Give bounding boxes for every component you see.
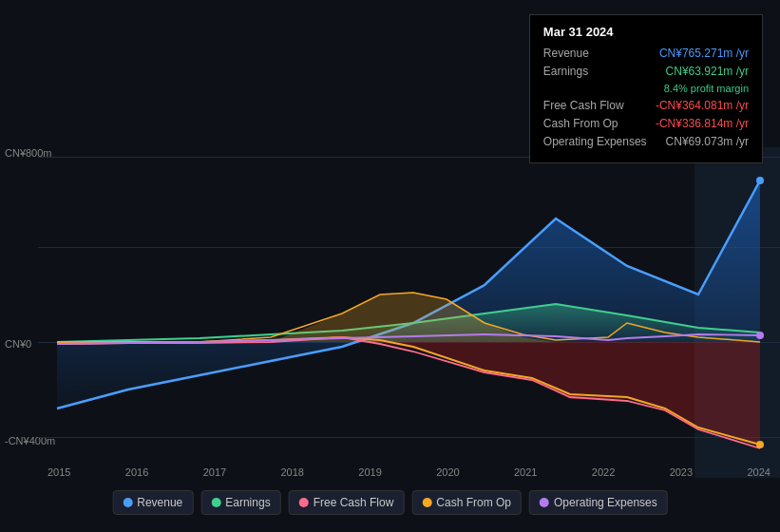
legend-label-cash-from-op: Cash From Op — [436, 496, 511, 509]
opex-value: CN¥69.073m /yr — [666, 135, 749, 148]
chart-container: Mar 31 2024 Revenue CN¥765.271m /yr Earn… — [0, 0, 780, 532]
tooltip-date: Mar 31 2024 — [543, 25, 749, 39]
tooltip-row-earnings: Earnings CN¥63.921m /yr — [543, 65, 749, 78]
revenue-value: CN¥765.271m /yr — [659, 47, 749, 60]
cash-from-op-value: -CN¥336.814m /yr — [656, 117, 749, 130]
x-label-2020: 2020 — [436, 466, 459, 478]
x-axis: 2015 2016 2017 2018 2019 2020 2021 2022 … — [38, 466, 780, 478]
legend-item-fcf[interactable]: Free Cash Flow — [289, 490, 405, 515]
revenue-dot — [756, 177, 764, 184]
tooltip-row-opex: Operating Expenses CN¥69.073m /yr — [543, 135, 749, 148]
purple-dot — [756, 332, 764, 339]
tooltip: Mar 31 2024 Revenue CN¥765.271m /yr Earn… — [529, 14, 763, 163]
earnings-label: Earnings — [543, 65, 588, 78]
earnings-value: CN¥63.921m /yr — [666, 65, 749, 78]
x-label-2016: 2016 — [125, 466, 148, 478]
profit-margin-value: 8.4% profit margin — [664, 83, 749, 94]
fcf-value: -CN¥364.081m /yr — [656, 99, 749, 112]
x-label-2017: 2017 — [203, 466, 226, 478]
x-label-2023: 2023 — [670, 466, 693, 478]
revenue-label: Revenue — [543, 47, 589, 60]
legend-dot-revenue — [123, 498, 132, 507]
legend-label-opex: Operating Expenses — [554, 496, 657, 509]
x-label-2021: 2021 — [514, 466, 537, 478]
tooltip-row-cash-from-op: Cash From Op -CN¥336.814m /yr — [543, 117, 749, 130]
legend-item-opex[interactable]: Operating Expenses — [529, 490, 668, 515]
legend-dot-opex — [540, 498, 549, 507]
legend-dot-fcf — [299, 498, 309, 507]
tooltip-row-revenue: Revenue CN¥765.271m /yr — [543, 47, 749, 60]
tooltip-row-profit-margin: 8.4% profit margin — [543, 83, 749, 94]
legend-label-revenue: Revenue — [137, 496, 182, 509]
x-label-2024: 2024 — [747, 466, 770, 478]
tooltip-row-fcf: Free Cash Flow -CN¥364.081m /yr — [543, 99, 749, 112]
legend-dot-cash-from-op — [422, 498, 431, 507]
x-label-2015: 2015 — [48, 466, 70, 478]
cash-from-op-label: Cash From Op — [543, 117, 618, 130]
legend-item-cash-from-op[interactable]: Cash From Op — [411, 490, 522, 515]
legend-label-fcf: Free Cash Flow — [314, 496, 394, 509]
opex-label: Operating Expenses — [543, 135, 647, 148]
legend: Revenue Earnings Free Cash Flow Cash Fro… — [112, 490, 668, 515]
legend-item-earnings[interactable]: Earnings — [200, 490, 280, 515]
x-label-2019: 2019 — [358, 466, 381, 478]
legend-dot-earnings — [211, 498, 220, 507]
legend-item-revenue[interactable]: Revenue — [112, 490, 193, 515]
legend-label-earnings: Earnings — [225, 496, 270, 509]
x-label-2022: 2022 — [592, 466, 615, 478]
x-label-2018: 2018 — [280, 466, 303, 478]
fcf-label: Free Cash Flow — [543, 99, 624, 112]
cash-op-dot — [756, 441, 764, 448]
